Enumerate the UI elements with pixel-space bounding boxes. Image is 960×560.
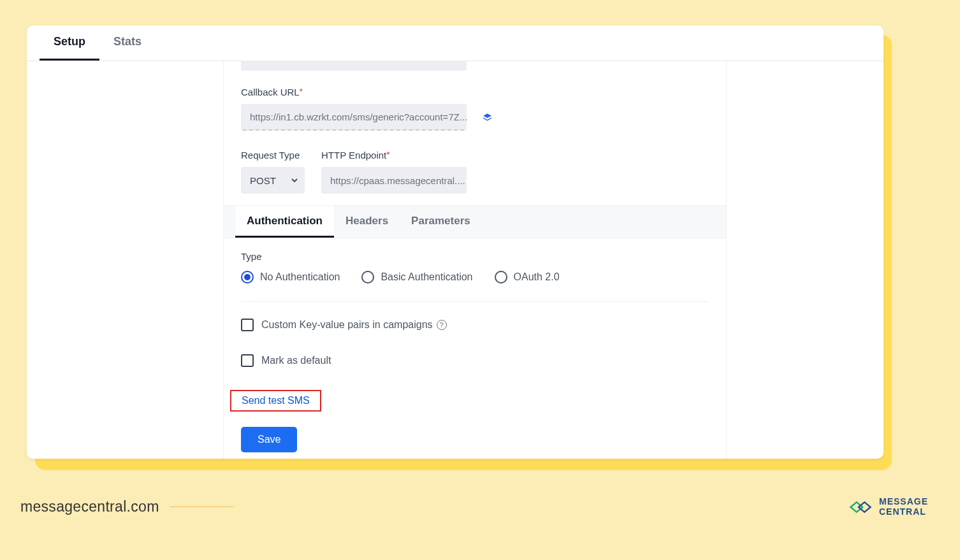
send-test-sms-button[interactable]: Send test SMS (230, 390, 321, 412)
radio-label: OAuth 2.0 (514, 271, 560, 283)
checkbox-mark-default[interactable]: Mark as default (241, 354, 709, 367)
logo-text: MESSAGE CENTRAL (879, 497, 928, 517)
chevron-down-icon (291, 176, 298, 184)
radio-label: Basic Authentication (381, 271, 472, 283)
sub-tab-bar: Authentication Headers Parameters (224, 205, 726, 238)
footer-divider (170, 506, 233, 507)
divider (241, 301, 709, 302)
radio-no-auth[interactable]: No Authentication (241, 271, 340, 284)
copy-icon[interactable] (482, 112, 493, 123)
tab-setup[interactable]: Setup (40, 25, 99, 61)
sub-tab-parameters[interactable]: Parameters (400, 206, 482, 238)
http-endpoint-label: HTTP Endpoint* (321, 150, 467, 161)
content-area: Callback URL* https://in1.cb.wzrkt.com/s… (27, 61, 884, 459)
save-button[interactable]: Save (241, 427, 297, 452)
auth-type-label: Type (241, 251, 709, 262)
callback-url-label: Callback URL* (241, 87, 709, 97)
radio-oauth[interactable]: OAuth 2.0 (495, 271, 560, 284)
left-sidebar-spacer (27, 61, 223, 459)
request-type-select[interactable]: POST (241, 167, 305, 194)
provider-form: Callback URL* https://in1.cb.wzrkt.com/s… (223, 61, 727, 459)
footer-url: messagecentral.com (20, 498, 159, 515)
checkbox-label: Mark as default (261, 355, 331, 366)
tab-stats[interactable]: Stats (99, 25, 156, 61)
provider-name-input[interactable] (241, 61, 467, 71)
radio-circle-icon (241, 271, 254, 284)
checkbox-icon (241, 354, 254, 367)
radio-label: No Authentication (260, 271, 340, 283)
help-icon[interactable]: ? (437, 320, 447, 330)
radio-basic-auth[interactable]: Basic Authentication (361, 271, 472, 284)
request-type-label: Request Type (241, 150, 305, 161)
page-footer: messagecentral.com MESSAGE CENTRAL (20, 497, 928, 517)
http-endpoint-input[interactable]: https://cpaas.messagecentral.... (321, 167, 467, 194)
sub-tab-headers[interactable]: Headers (334, 206, 400, 238)
request-type-value: POST (250, 175, 276, 186)
radio-circle-icon (361, 271, 374, 284)
sub-tab-authentication[interactable]: Authentication (235, 206, 334, 238)
logo-icon (848, 498, 873, 516)
brand-logo: MESSAGE CENTRAL (848, 497, 928, 517)
checkbox-label: Custom Key-value pairs in campaigns ? (261, 319, 447, 331)
checkbox-custom-kv[interactable]: Custom Key-value pairs in campaigns ? (241, 319, 709, 331)
callback-url-input[interactable]: https://in1.cb.wzrkt.com/sms/generic?acc… (241, 104, 467, 131)
app-window: Setup Stats Callback URL* https://in1.cb… (27, 25, 884, 459)
top-tab-bar: Setup Stats (27, 25, 884, 61)
checkbox-icon (241, 319, 254, 331)
radio-circle-icon (495, 271, 507, 284)
auth-type-radio-group: No Authentication Basic Authentication O… (241, 271, 709, 284)
